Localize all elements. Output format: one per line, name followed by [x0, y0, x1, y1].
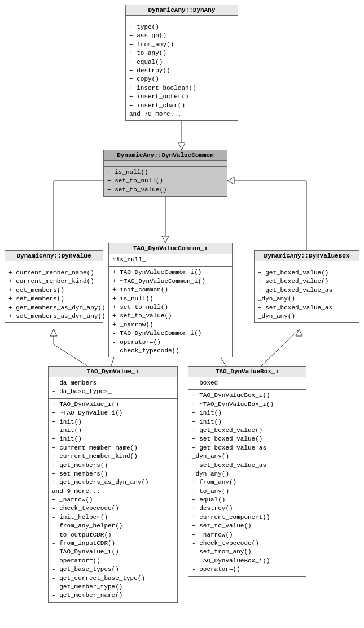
- diagram-container: DynamicAny::DynAny + type() + assign() +…: [0, 0, 364, 628]
- box-dynvaluebox-header: DynamicAny::DynValueBox: [255, 251, 359, 261]
- box-taodynvaluebox-header: TAO_DynValueBox_i: [188, 367, 306, 377]
- box-taodynvaluebox-methods: + TAO_DynValueBox_i() + ~TAO_DynValueBox…: [188, 390, 306, 575]
- svg-marker-9: [227, 177, 234, 184]
- box-dynvaluebox: DynamicAny::DynValueBox + get_boxed_valu…: [254, 250, 359, 323]
- box-dynvalue-header: DynamicAny::DynValue: [5, 251, 103, 261]
- box-taovaluecommon-title: TAO_DynValueCommon_i: [133, 245, 208, 252]
- box-dynvaluecommon-title: DynamicAny::DynValueCommon: [117, 152, 214, 159]
- box-dynvaluecommon-header: DynamicAny::DynValueCommon: [104, 150, 227, 161]
- box-dynany-fields: [126, 16, 238, 21]
- box-dynany-methods: + type() + assign() + from_any() + to_an…: [126, 21, 238, 120]
- box-dynany: DynamicAny::DynAny + type() + assign() +…: [125, 5, 238, 121]
- box-taovaluecommon: TAO_DynValueCommon_i #is_null_ + TAO_Dyn…: [108, 243, 233, 357]
- box-dynvaluebox-methods: + get_boxed_value() + set_boxed_value() …: [255, 267, 359, 322]
- box-dynvaluecommon: DynamicAny::DynValueCommon + is_null() +…: [103, 150, 227, 197]
- box-taovaluecommon-methods: + TAO_DynValueCommon_i() + ~TAO_DynValue…: [109, 267, 232, 357]
- svg-marker-14: [50, 329, 57, 336]
- svg-marker-3: [162, 236, 169, 243]
- box-dynany-header: DynamicAny::DynAny: [126, 5, 238, 16]
- box-dynany-title: DynamicAny::DynAny: [148, 7, 216, 14]
- box-taodynvalue-fields: - da_members_ - da_base_types_: [49, 377, 177, 399]
- box-dynvaluebox-fields: [255, 261, 359, 267]
- box-taovaluecommon-fields: #is_null_: [109, 254, 232, 267]
- box-taovaluecommon-header: TAO_DynValueCommon_i: [109, 243, 232, 254]
- box-taodynvaluebox-title: TAO_DynValueBox_i: [216, 368, 279, 375]
- box-dynvalue: DynamicAny::DynValue + current_member_na…: [5, 250, 103, 323]
- svg-marker-18: [296, 329, 302, 336]
- box-dynvalue-methods: + current_member_name() + current_member…: [5, 267, 103, 322]
- svg-line-12: [54, 344, 87, 366]
- box-dynvaluebox-title: DynamicAny::DynValueBox: [264, 252, 350, 259]
- box-dynvalue-title: DynamicAny::DynValue: [16, 252, 91, 259]
- box-dynvalue-fields: [5, 261, 103, 267]
- box-taodynvalue-header: TAO_DynValue_i: [49, 367, 177, 377]
- box-dynvaluecommon-methods: + is_null() + set_to_null() + set_to_val…: [104, 167, 227, 196]
- box-taodynvalue: TAO_DynValue_i - da_members_ - da_base_t…: [48, 366, 178, 603]
- box-taodynvalue-title: TAO_DynValue_i: [87, 368, 139, 375]
- box-dynvaluecommon-fields: [104, 161, 227, 167]
- svg-line-17: [261, 329, 299, 366]
- svg-marker-1: [178, 143, 185, 150]
- box-taodynvaluebox: TAO_DynValueBox_i - boxed_ + TAO_DynValu…: [188, 366, 306, 577]
- box-taodynvaluebox-fields: - boxed_: [188, 377, 306, 390]
- box-taodynvalue-methods: + TAO_DynValue_i() + ~TAO_DynValue_i() +…: [49, 399, 177, 602]
